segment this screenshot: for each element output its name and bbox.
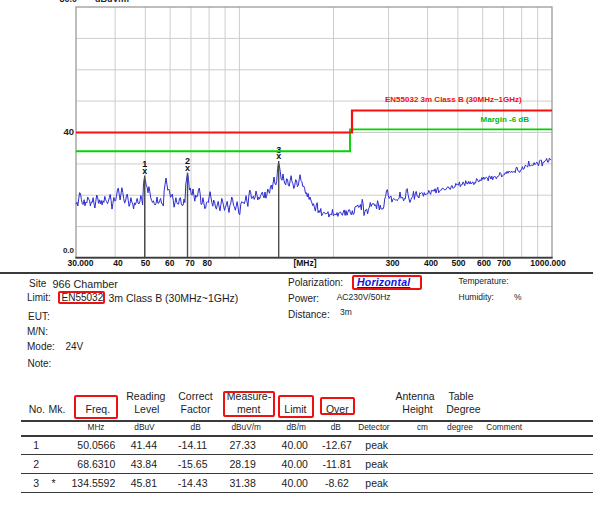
svg-text:300: 300 — [385, 258, 399, 268]
svg-text:[MHz]: [MHz] — [293, 258, 316, 268]
svg-text:40: 40 — [63, 126, 74, 137]
svg-text:40: 40 — [113, 258, 123, 268]
svg-text:1000.000: 1000.000 — [530, 258, 566, 268]
svg-text:x: x — [276, 151, 281, 161]
svg-text:400: 400 — [424, 258, 438, 268]
svg-text:500: 500 — [451, 258, 465, 268]
svg-text:80: 80 — [202, 258, 212, 268]
svg-text:EN55032 3m Class B (30MHz~1GHz: EN55032 3m Class B (30MHz~1GHz) — [385, 95, 522, 104]
svg-text:0.0: 0.0 — [63, 246, 75, 255]
svg-text:80.0: 80.0 — [59, 0, 77, 4]
svg-text:dBuV/m: dBuV/m — [95, 0, 129, 4]
svg-text:30.000: 30.000 — [68, 258, 94, 268]
svg-text:x: x — [185, 163, 190, 173]
svg-text:x: x — [142, 166, 147, 176]
svg-text:60: 60 — [165, 258, 175, 268]
svg-text:700: 700 — [497, 258, 511, 268]
svg-text:Margin -6 dB: Margin -6 dB — [481, 115, 530, 124]
svg-text:600: 600 — [477, 258, 491, 268]
svg-text:50: 50 — [141, 258, 151, 268]
svg-text:70: 70 — [185, 258, 195, 268]
